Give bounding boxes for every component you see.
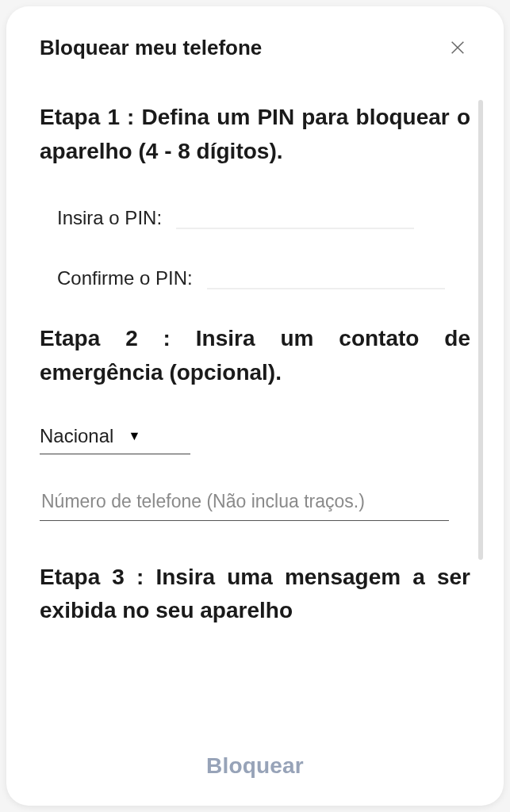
- enter-pin-input[interactable]: [176, 201, 414, 229]
- enter-pin-label: Insira o PIN:: [57, 207, 162, 229]
- confirm-pin-row: Confirme o PIN:: [40, 261, 470, 289]
- modal-footer: Bloquear: [6, 733, 504, 806]
- lock-phone-modal: Bloquear meu telefone Etapa 1 : Defina u…: [6, 6, 504, 806]
- modal-body: Etapa 1 : Defina um PIN para bloquear o …: [6, 76, 504, 733]
- close-icon: [449, 39, 466, 56]
- chevron-down-icon: ▼: [128, 429, 140, 443]
- confirm-pin-input[interactable]: [207, 261, 445, 289]
- country-select[interactable]: Nacional ▼: [40, 422, 190, 454]
- block-button[interactable]: Bloquear: [206, 753, 304, 779]
- confirm-pin-label: Confirme o PIN:: [57, 267, 193, 289]
- modal-title: Bloquear meu telefone: [40, 36, 262, 60]
- scrollbar[interactable]: [478, 100, 483, 560]
- modal-header: Bloquear meu telefone: [6, 6, 504, 76]
- step1-heading: Etapa 1 : Defina um PIN para bloquear o …: [40, 100, 470, 169]
- close-button[interactable]: [445, 35, 470, 60]
- step2-heading: Etapa 2 : Insira um contato de emergênci…: [40, 321, 470, 390]
- enter-pin-row: Insira o PIN:: [40, 201, 470, 229]
- country-select-label: Nacional: [40, 425, 113, 447]
- step3-heading: Etapa 3 : Insira uma mensagem a ser exib…: [40, 561, 470, 627]
- phone-number-input[interactable]: [40, 486, 449, 521]
